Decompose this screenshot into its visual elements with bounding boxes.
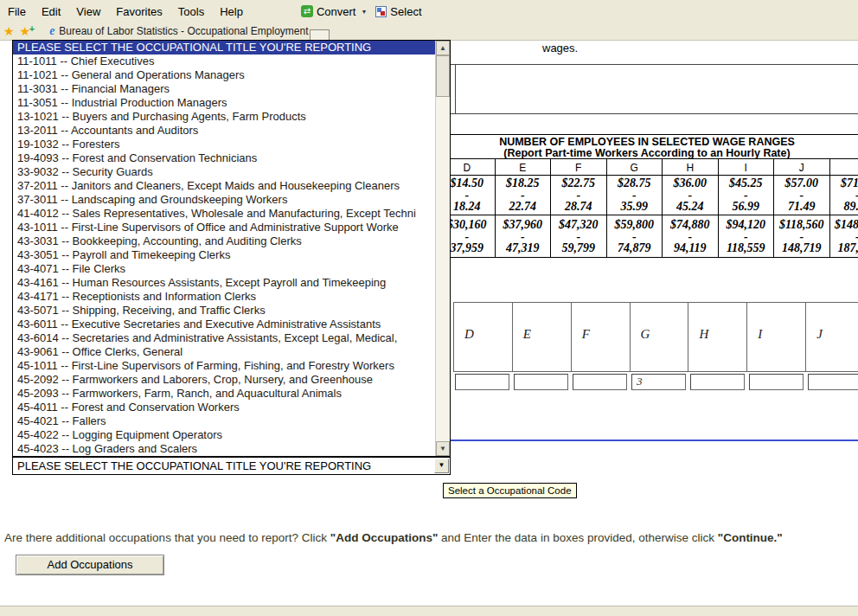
employee-count-input[interactable]: [808, 374, 858, 390]
add-occupations-button[interactable]: Add Occupations: [16, 555, 164, 575]
wage-range-cell: $47,320-59,799: [551, 215, 607, 257]
dropdown-option[interactable]: 37-3011 -- Landscaping and Groundskeepin…: [13, 193, 435, 207]
browser-tab[interactable]: e Bureau of Labor Statistics - Occupatio…: [49, 24, 308, 38]
dropdown-option[interactable]: 45-1011 -- First-Line Supervisors of Far…: [13, 359, 435, 373]
scroll-up-button[interactable]: ▲: [436, 41, 450, 55]
dropdown-option[interactable]: 13-1021 -- Buyers and Purchasing Agents,…: [13, 110, 435, 124]
divider-line-blue: [439, 440, 858, 441]
table-border-line: [455, 64, 456, 114]
wage-low: $18.25: [496, 177, 551, 189]
dropdown-option[interactable]: 19-1032 -- Foresters: [13, 138, 435, 151]
wage-high: 118,559: [719, 242, 774, 254]
employee-entry-table: D E F G H I J: [453, 302, 858, 372]
instruction-part: Are there additional occupations that yo…: [4, 531, 330, 544]
dropdown-option[interactable]: 13-2011 -- Accountants and Auditors: [13, 124, 435, 138]
browser-window: File Edit View Favorites Tools Help ⇄ Co…: [0, 0, 858, 616]
wage-high: 187,199: [830, 242, 858, 254]
dropdown-arrow-button[interactable]: ▼: [434, 459, 449, 473]
wage-range-cell: $118,560-148,719: [774, 215, 830, 257]
entry-column-label: J: [816, 327, 823, 341]
table-border-line: [439, 64, 858, 65]
dropdown-option[interactable]: 43-4071 -- File Clerks: [13, 262, 435, 276]
wage-column-header: [830, 159, 858, 175]
dropdown-scrollbar[interactable]: ▲ ▼: [435, 41, 450, 456]
dropdown-option[interactable]: 33-9032 -- Security Guards: [13, 165, 435, 179]
dropdown-option[interactable]: 37-2011 -- Janitors and Cleaners, Except…: [13, 179, 435, 193]
dropdown-option[interactable]: 11-1021 -- General and Operations Manage…: [13, 68, 435, 82]
menu-view[interactable]: View: [68, 1, 108, 22]
occupation-select[interactable]: PLEASE SELECT THE OCCUPATIONAL TITLE YOU…: [12, 457, 451, 475]
entry-column-cell: I: [747, 303, 806, 371]
entry-column-cell: H: [688, 303, 747, 371]
wage-ranges-table: NUMBER OF EMPLOYEES IN SELECTED WAGE RAN…: [439, 134, 858, 258]
wage-high: 35.99: [607, 201, 663, 213]
favorites-star-icon[interactable]: ★: [3, 23, 15, 39]
wage-low: $47,320: [551, 219, 606, 231]
menu-file[interactable]: File: [0, 1, 34, 22]
dropdown-option[interactable]: 11-3031 -- Financial Managers: [13, 82, 435, 96]
employee-count-input[interactable]: [514, 374, 568, 390]
employee-count-input[interactable]: [690, 374, 745, 390]
entry-column-label: D: [464, 327, 474, 341]
wage-high: 71.49: [774, 201, 829, 213]
wage-low: $37,960: [496, 219, 551, 231]
dropdown-option[interactable]: 43-9061 -- Office Clerks, General: [13, 345, 435, 359]
wage-low: $57.00: [774, 177, 829, 189]
dropdown-option[interactable]: 43-6011 -- Executive Secretaries and Exe…: [13, 318, 435, 331]
wage-range-cell: $57.00-71.49: [774, 176, 830, 215]
chevron-down-icon[interactable]: ▼: [361, 9, 367, 15]
entry-column-label: I: [758, 327, 762, 341]
wage-high: 45.24: [663, 201, 718, 213]
dropdown-option[interactable]: 11-1011 -- Chief Executives: [13, 55, 435, 68]
wage-column-header: E: [496, 159, 552, 175]
dropdown-option[interactable]: 43-4161 -- Human Resources Assistants, E…: [13, 276, 435, 290]
wage-low: $28.75: [607, 177, 663, 189]
dropdown-option[interactable]: 45-2092 -- Farmworkers and Laborers, Cro…: [13, 373, 435, 387]
wage-range-cell: $71.50-89.99: [830, 176, 858, 215]
dropdown-options: PLEASE SELECT THE OCCUPATIONAL TITLE YOU…: [13, 41, 435, 456]
dropdown-option[interactable]: 11-3051 -- Industrial Production Manager…: [13, 96, 435, 110]
wage-low: $118,560: [774, 219, 829, 231]
dropdown-option[interactable]: 43-6014 -- Secretaries and Administrativ…: [13, 331, 435, 345]
dropdown-option[interactable]: 45-4023 -- Log Graders and Scalers: [13, 442, 435, 456]
dropdown-option-selected[interactable]: PLEASE SELECT THE OCCUPATIONAL TITLE YOU…: [13, 41, 435, 55]
employee-count-input[interactable]: [455, 374, 509, 390]
wage-range-cell: $94,120-118,559: [719, 215, 775, 257]
dropdown-option[interactable]: 43-3031 -- Bookkeeping, Accounting, and …: [13, 234, 435, 248]
wage-table-heading: NUMBER OF EMPLOYEES IN SELECTED WAGE RAN…: [439, 135, 855, 158]
dropdown-option[interactable]: 45-4011 -- Forest and Conservation Worke…: [13, 401, 435, 414]
wage-low: $22.75: [551, 177, 606, 189]
entry-column-cell: D: [454, 303, 513, 371]
scrollbar-thumb[interactable]: [436, 55, 450, 97]
convert-toolbar-button[interactable]: ⇄ Convert ▼: [301, 5, 367, 18]
dropdown-option[interactable]: 45-4022 -- Logging Equipment Operators: [13, 428, 435, 442]
wage-range-cell: $22.75-28.74: [551, 176, 607, 215]
dropdown-option[interactable]: 43-5071 -- Shipping, Receiving, and Traf…: [13, 304, 435, 318]
menu-edit[interactable]: Edit: [34, 1, 68, 22]
employee-count-input[interactable]: [631, 374, 686, 390]
wage-high: 28.74: [551, 201, 606, 213]
menu-tools[interactable]: Tools: [170, 1, 212, 22]
wage-range-cell: $18.25-22.74: [496, 176, 552, 215]
wage-high: 148,719: [774, 242, 829, 254]
dropdown-option[interactable]: 19-4093 -- Forest and Conservation Techn…: [13, 151, 435, 165]
employee-count-input[interactable]: [573, 374, 627, 390]
entry-column-label: H: [699, 327, 708, 341]
dropdown-option[interactable]: 41-4012 -- Sales Representatives, Wholes…: [13, 207, 435, 221]
dropdown-option[interactable]: 43-3051 -- Payroll and Timekeeping Clerk…: [13, 248, 435, 262]
dropdown-option[interactable]: 43-1011 -- First-Line Supervisors of Off…: [13, 221, 435, 234]
employee-count-input[interactable]: [749, 374, 804, 390]
add-favorite-icon[interactable]: ★+: [20, 23, 31, 39]
select-toolbar-button[interactable]: Select: [375, 5, 421, 18]
dropdown-option[interactable]: 45-2093 -- Farmworkers, Farm, Ranch, and…: [13, 387, 435, 401]
tab-title: Bureau of Labor Statistics - Occupationa…: [59, 25, 308, 37]
wage-column-header: F: [551, 159, 607, 175]
dropdown-option[interactable]: 45-4021 -- Fallers: [13, 414, 435, 428]
scroll-down-button[interactable]: ▼: [436, 441, 450, 456]
dropdown-option[interactable]: 43-4171 -- Receptionists and Information…: [13, 290, 435, 304]
wage-high: 59,799: [551, 242, 606, 254]
wage-low: $74,880: [663, 219, 718, 231]
menu-favorites[interactable]: Favorites: [108, 1, 170, 22]
menu-help[interactable]: Help: [212, 1, 251, 22]
select-icon: [375, 6, 387, 17]
